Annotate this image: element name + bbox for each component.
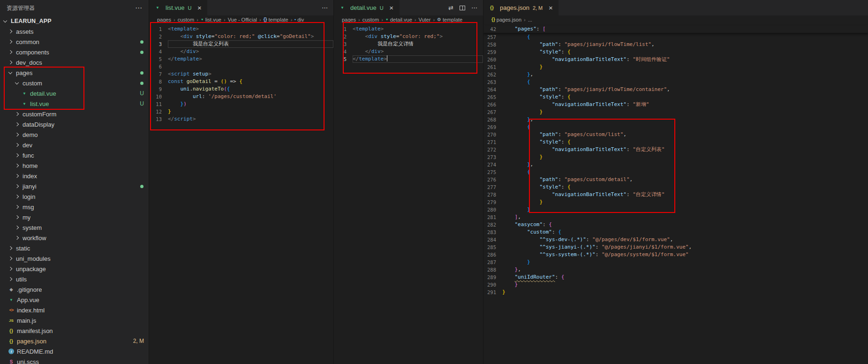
code-line[interactable]: 272 "navigationBarTitleText": "自定义列表" — [483, 146, 868, 153]
breadcrumb-item[interactable]: {}pages.json — [491, 17, 521, 23]
breadcrumb-item[interactable]: custom — [178, 17, 194, 23]
tree-folder-utils[interactable]: utils — [0, 274, 149, 284]
tree-folder-pages[interactable]: pages — [0, 68, 149, 78]
breadcrumb-item[interactable]: pages — [342, 17, 356, 23]
code-line[interactable]: 11 }) — [149, 100, 333, 108]
tree-folder-login[interactable]: login — [0, 191, 149, 202]
code-line[interactable]: 284 "^sys-dev-(.*)": "@/pages/dev/$1/for… — [483, 236, 868, 243]
tree-file-list.vue[interactable]: ▼list.vueU — [0, 99, 149, 109]
tree-folder-home[interactable]: home — [0, 160, 149, 171]
tree-file-index.html[interactable]: <>index.html — [0, 305, 149, 315]
code-line[interactable]: 268 }, — [483, 116, 868, 123]
breadcrumb-item[interactable]: ▼detail.vue — [385, 17, 412, 23]
code-line[interactable]: 291} — [483, 288, 868, 296]
code-line[interactable]: 288 }, — [483, 266, 868, 273]
tree-folder-workflow[interactable]: workflow — [0, 233, 149, 243]
close-icon[interactable]: × — [387, 4, 396, 12]
code-line[interactable]: 10 url: '/pages/custom/detail' — [149, 93, 333, 100]
breadcrumb-item[interactable]: custom — [362, 17, 379, 23]
code-line[interactable]: 5</template> — [149, 55, 333, 63]
tree-folder-customForm[interactable]: customForm — [0, 109, 149, 119]
breadcrumb-item[interactable]: Vue - Official — [228, 17, 257, 23]
code-line[interactable]: 2 <div style="color: red;" @click="goDet… — [149, 33, 333, 40]
code-line[interactable]: 260 "navigationBarTitleText": "时间组件验证" — [483, 56, 868, 63]
tree-folder-dev[interactable]: dev — [0, 140, 149, 150]
code-line[interactable]: 7<script setup> — [149, 70, 333, 78]
code-line[interactable]: 289 "uniIdRouter": { — [483, 273, 868, 281]
tree-folder-msg[interactable]: msg — [0, 202, 149, 212]
code-line[interactable]: 12} — [149, 108, 333, 115]
tree-folder-my[interactable]: my — [0, 212, 149, 222]
breadcrumb-item[interactable]: ⚙template — [437, 17, 462, 23]
tree-file-uni.scss[interactable]: Suni.scss — [0, 356, 149, 364]
code-area[interactable]: 1<template>2 <div style="color: red;">3 … — [334, 23, 483, 364]
breadcrumb-item[interactable]: Vuter — [419, 17, 431, 23]
code-line[interactable]: 6 — [149, 63, 333, 70]
tree-file-manifest.json[interactable]: {}manifest.json — [0, 326, 149, 336]
code-line[interactable]: 267 } — [483, 108, 868, 116]
breadcrumb-item[interactable]: ... — [528, 17, 532, 23]
tree-folder-demo[interactable]: demo — [0, 129, 149, 140]
tree-file-.gitignore[interactable]: ◆.gitignore — [0, 284, 149, 295]
sticky-scroll-line[interactable]: 42 "pages": [ — [483, 25, 868, 33]
code-line[interactable]: 286 "^sys-system-(.*)": "@/pages/system/… — [483, 251, 868, 258]
code-line[interactable]: 283 "custom": { — [483, 228, 868, 236]
code-line[interactable]: 277 "style": { — [483, 183, 868, 191]
code-line[interactable]: 262 }, — [483, 71, 868, 78]
tree-root-learun-app[interactable]: LEARUN_APP — [0, 16, 149, 26]
code-line[interactable]: 1<template> — [149, 25, 333, 33]
breadcrumb-item[interactable]: {}template — [264, 17, 288, 23]
code-line[interactable]: 274 }, — [483, 161, 868, 168]
code-line[interactable]: 280 } — [483, 206, 868, 213]
breadcrumb-item[interactable]: ▼list.vue — [201, 17, 221, 23]
tree-file-detail.vue[interactable]: ▼detail.vueU — [0, 88, 149, 99]
close-icon[interactable]: × — [195, 4, 204, 12]
code-line[interactable]: 258 "path": "pages/jianyi/flowTime/list"… — [483, 41, 868, 48]
open-changes-icon[interactable]: ⇄ — [448, 5, 453, 11]
tree-folder-unpackage[interactable]: unpackage — [0, 264, 149, 274]
code-line[interactable]: 4 </div> — [334, 48, 483, 55]
code-line[interactable]: 8const goDetail = () => { — [149, 78, 333, 85]
code-line[interactable]: 271 "style": { — [483, 138, 868, 146]
code-line[interactable]: 275 { — [483, 168, 868, 176]
code-line[interactable]: 270 "path": "pages/custom/list", — [483, 131, 868, 138]
tab-detail-vue[interactable]: ▼ detail.vue U × — [334, 0, 400, 15]
code-line[interactable]: 285 "^sys-jianyi-(.*)": "@/pages/jianyi/… — [483, 243, 868, 251]
code-area[interactable]: 42 "pages": [257 {258 "path": "pages/jia… — [483, 23, 868, 364]
code-line[interactable]: 282 "easycom": { — [483, 221, 868, 228]
tree-folder-dataDisplay[interactable]: dataDisplay — [0, 119, 149, 129]
tree-folder-func[interactable]: func — [0, 150, 149, 160]
code-line[interactable]: 266 "navigationBarTitleText": "新增" — [483, 101, 868, 108]
code-line[interactable]: 273 } — [483, 153, 868, 161]
code-line[interactable]: 281 ], — [483, 213, 868, 221]
tree-folder-common[interactable]: common — [0, 37, 149, 47]
more-actions-icon[interactable]: ⋯ — [135, 4, 142, 12]
code-line[interactable]: 261 } — [483, 63, 868, 71]
code-line[interactable]: 279 } — [483, 198, 868, 206]
tree-folder-dev_docs[interactable]: dev_docs — [0, 57, 149, 68]
code-line[interactable]: 287 } — [483, 258, 868, 266]
code-line[interactable]: 3 我是自定义列表 — [149, 40, 333, 48]
tree-file-README.md[interactable]: iREADME.md — [0, 346, 149, 356]
code-line[interactable]: 4 </div> — [149, 48, 333, 55]
code-area[interactable]: 1<template>2 <div style="color: red;" @c… — [149, 23, 333, 364]
code-line[interactable]: 276 "path": "pages/custom/detail", — [483, 176, 868, 183]
tree-folder-system[interactable]: system — [0, 222, 149, 233]
tree-folder-assets[interactable]: assets — [0, 26, 149, 37]
close-icon[interactable]: × — [546, 4, 555, 12]
code-line[interactable]: 13</script> — [149, 115, 333, 123]
split-editor-icon[interactable] — [460, 6, 465, 10]
tree-folder-custom[interactable]: custom — [0, 78, 149, 88]
code-line[interactable]: 265 "style": { — [483, 93, 868, 101]
code-line[interactable]: 3 我是自定义详情 — [334, 40, 483, 48]
more-actions-icon[interactable]: ⋯ — [322, 5, 328, 11]
code-line[interactable]: 278 "navigationBarTitleText": "自定义详情" — [483, 191, 868, 198]
code-line[interactable]: 257 { — [483, 33, 868, 41]
tree-folder-index[interactable]: index — [0, 171, 149, 181]
code-line[interactable]: 290 } — [483, 281, 868, 288]
breadcrumb-item[interactable]: pages — [157, 17, 171, 23]
tab-pages-json[interactable]: {} pages.json 2, M × — [483, 0, 559, 15]
code-line[interactable]: 259 "style": { — [483, 48, 868, 56]
code-line[interactable]: 264 "path": "pages/jianyi/flowTime/conta… — [483, 86, 868, 93]
tree-folder-components[interactable]: components — [0, 47, 149, 57]
